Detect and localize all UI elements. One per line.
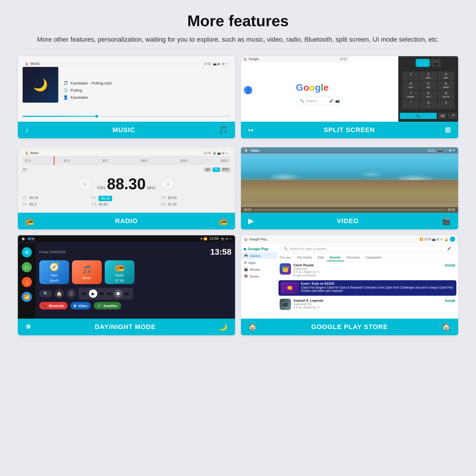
- home-sidebar: ⚙ ▷ △ 📶: [18, 244, 36, 319]
- key-star[interactable]: *: [402, 100, 419, 109]
- video-icon-left: ▶: [248, 217, 254, 225]
- key-7[interactable]: 7PQRS: [402, 90, 419, 99]
- sidebar-wifi[interactable]: 📶: [22, 292, 32, 302]
- features-grid-row2: 🏠 Radio 15:32 🔊 📷 🖥 ↩ 87.5 91.6 95.7 99.…: [0, 144, 476, 235]
- event-text: Event • Ends on 9/23/22 Clash Fest Begin…: [301, 282, 454, 292]
- ps-search-area: 🔍 Search for apps & games 🎤: [277, 243, 458, 254]
- power-btn[interactable]: ⏺: [114, 289, 122, 298]
- tab-foryou[interactable]: For you: [277, 254, 294, 261]
- music-bar: ♪ MUSIC 🎵: [18, 122, 235, 138]
- preset-p3[interactable]: P3 88.50: [161, 196, 230, 201]
- home-screen: 🏠 🔵📷 ✱ 📶 13:58 📷 🖥 ↩ ⚙ ▷ △ 📶 Friday 16/0…: [18, 235, 235, 319]
- asphalt9-install[interactable]: Install: [445, 299, 455, 303]
- sidebar-movies[interactable]: 🎬 Movies: [241, 266, 276, 273]
- tab-kids[interactable]: Kids: [315, 254, 327, 261]
- apps-icon[interactable]: ⋮⋮: [416, 59, 430, 67]
- sidebar-carplay[interactable]: ▷: [22, 262, 32, 272]
- radio-app-label: Radio: [115, 273, 124, 277]
- clash-royale-install[interactable]: Install: [445, 263, 455, 267]
- home-search[interactable]: 🔍: [39, 290, 52, 298]
- store-icon-left: 🏠: [248, 323, 257, 331]
- sidebar-games[interactable]: 🎮 Games: [241, 252, 276, 259]
- preset-p1[interactable]: P1 88.00: [23, 196, 92, 201]
- amplifier-icon: 🔊: [97, 304, 101, 308]
- clash-royale-name: Clash Royale: [293, 263, 442, 267]
- radio-main: ‹ FM1 88.30 MHz ›: [23, 175, 230, 193]
- sidebar-books[interactable]: 📚 Books: [241, 273, 276, 280]
- radio-next-btn[interactable]: ›: [162, 177, 175, 190]
- lens-icon: 📷: [335, 99, 340, 103]
- app-music[interactable]: 🎵 Music: [72, 260, 102, 284]
- video-card: 🏠 Video 15:51 📷 🔊 🖥 ↩ 00:03 00:50 ▶ VIDE…: [241, 147, 458, 229]
- next2-icon[interactable]: ⏭: [125, 291, 129, 296]
- prev2-icon[interactable]: ⏮: [107, 291, 112, 296]
- key-8[interactable]: 8TUV: [420, 90, 437, 99]
- home-menu-btn[interactable]: ☰: [66, 289, 76, 298]
- play-btn[interactable]: ▶: [89, 289, 97, 298]
- key-2[interactable]: 2ABC: [420, 71, 437, 80]
- home-icon-radio: 🏠: [25, 151, 29, 155]
- ps-avatar[interactable]: [450, 237, 455, 242]
- tag-pty[interactable]: PTY: [221, 167, 230, 172]
- split-icon-left: ▪▪: [248, 126, 254, 134]
- tag-ta[interactable]: TA: [213, 167, 220, 172]
- prev-icon[interactable]: ⏮: [82, 291, 87, 296]
- mic-icon: 🎤: [329, 99, 333, 103]
- video-time-current: 00:03: [244, 208, 251, 212]
- day-night-card: 🏠 🔵📷 ✱ 📶 13:58 📷 🖥 ↩ ⚙ ▷ △ 📶 Friday 16/0…: [18, 235, 235, 335]
- preset-p6[interactable]: P6 91.40: [161, 202, 230, 206]
- app-navi[interactable]: 🧭 Navi 0km/h: [39, 260, 69, 284]
- home-icon-btn[interactable]: 🏠: [54, 289, 64, 298]
- video-btn[interactable]: ▶ Video: [71, 302, 91, 309]
- key-9[interactable]: 9WXYZ: [438, 90, 455, 99]
- video-screen-area: 🏠 Video 15:51 📷 🔊 🖥 ↩ 00:03 00:50: [241, 147, 458, 213]
- sidebar-nav[interactable]: △: [22, 277, 32, 287]
- event-title: Event • Ends on 9/23/22: [301, 282, 454, 285]
- dial-icons: ⋮⋮ 📱: [400, 59, 457, 67]
- sidebar-apps[interactable]: ⊞ Apps: [241, 259, 276, 266]
- bluetooth-btn[interactable]: 📞 Bluetooth: [39, 302, 68, 309]
- key-hash[interactable]: #: [438, 100, 455, 109]
- key-3[interactable]: 3DEF: [438, 71, 455, 80]
- split-right: ⋮⋮ 📱 1 2ABC 3DEF 4GHI 5JKL 6MNO 7PQRS 8T…: [399, 56, 458, 122]
- home-date-time: Friday 16/06/2023 13:58: [39, 247, 231, 257]
- tab-events[interactable]: Events: [327, 254, 344, 261]
- clash-royale-dev: Supercell: [293, 267, 442, 270]
- play-icon: ▶: [244, 247, 247, 251]
- preset-p4[interactable]: P4 89.3: [23, 202, 92, 206]
- google-search[interactable]: 🔍 Search... 🎤 📷: [296, 97, 344, 105]
- tab-categories[interactable]: Categories: [363, 254, 385, 261]
- key-5[interactable]: 5JKL: [420, 81, 437, 90]
- split-icon-right: ⊞: [445, 126, 451, 134]
- key-1[interactable]: 1: [402, 71, 419, 80]
- preset-p5[interactable]: P5 90.60: [92, 202, 161, 206]
- ps-search-bar[interactable]: 🔍 Search for apps & games 🎤: [280, 245, 455, 252]
- amplifier-btn[interactable]: 🔊 Amplifier: [94, 302, 121, 309]
- sidebar-settings[interactable]: ⚙: [22, 247, 32, 257]
- key-4[interactable]: 4GHI: [402, 81, 419, 90]
- backspace-button[interactable]: ⌫: [438, 113, 447, 119]
- key-0[interactable]: 0+: [420, 100, 437, 109]
- music-card: 🏠 MUSIC 14:02 📷 🔊 🖥 ↩ 🌙 🎵 Kanetaker - Pu…: [18, 56, 235, 138]
- bluetooth-icon: 📞: [43, 304, 47, 308]
- next-icon[interactable]: ⏭: [100, 291, 104, 296]
- radio-freq-display: FM1 88.30 MHz: [97, 175, 156, 193]
- music-screen: 🏠 MUSIC 14:02 📷 🔊 🖥 ↩ 🌙 🎵 Kanetaker - Pu…: [18, 56, 235, 122]
- ps-bell[interactable]: 🔔: [444, 238, 448, 241]
- radio-prev-btn[interactable]: ‹: [78, 177, 91, 190]
- progress-bar[interactable]: [23, 116, 230, 117]
- mic-dial[interactable]: 🎤: [448, 113, 457, 119]
- tag-af[interactable]: AF: [204, 167, 212, 172]
- tab-top[interactable]: Top charts: [294, 254, 315, 261]
- tab-premium[interactable]: Premium: [344, 254, 363, 261]
- radio-tuner[interactable]: 87.5 91.6 95.7 99.8 103.9 106.0: [23, 156, 230, 165]
- preset-p2[interactable]: P2 88.30: [92, 196, 161, 201]
- video-controls[interactable]: 00:03 00:50: [241, 207, 458, 213]
- video-progress-bar[interactable]: [254, 209, 445, 210]
- phone-icon[interactable]: 📱: [430, 59, 441, 67]
- key-6[interactable]: 6MNO: [438, 81, 455, 90]
- call-button[interactable]: 📞: [400, 113, 437, 119]
- google-logo: Google: [296, 82, 344, 93]
- asphalt9-icon: 🏎: [280, 299, 291, 310]
- app-radio[interactable]: 📻 Radio 87.50: [105, 260, 134, 284]
